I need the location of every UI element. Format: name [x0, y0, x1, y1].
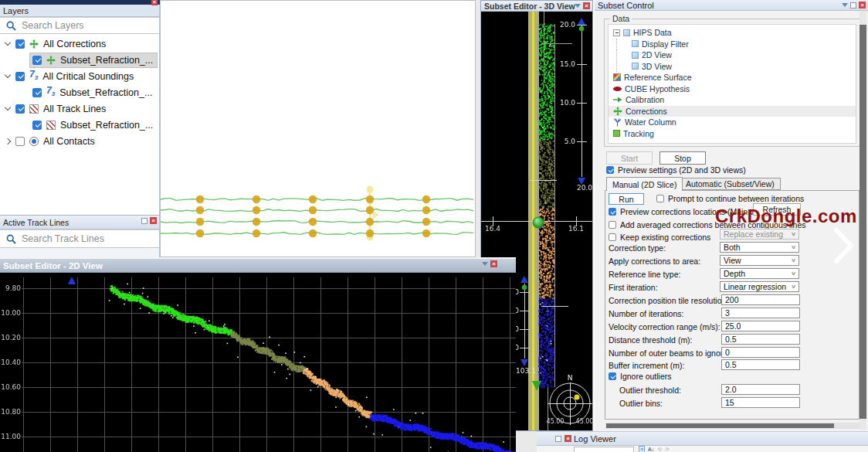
- field-input[interactable]: 0: [721, 347, 800, 358]
- close-icon[interactable]: ×: [583, 2, 590, 9]
- close-icon[interactable]: ×: [565, 435, 571, 442]
- calibration-icon: [613, 96, 622, 104]
- corrections-icon: [29, 39, 39, 49]
- layers-tree-item[interactable]: All Track Lines: [0, 100, 159, 117]
- layer-visibility-checkbox[interactable]: [32, 56, 42, 65]
- field-input[interactable]: 2.0: [721, 384, 800, 395]
- layer-visibility-checkbox[interactable]: [15, 39, 25, 49]
- stop-button[interactable]: Stop: [659, 151, 706, 165]
- float-icon[interactable]: [141, 218, 147, 224]
- data-tree-label: 3D View: [642, 62, 672, 71]
- field-select[interactable]: Both∨: [720, 242, 799, 253]
- field-input[interactable]: 15: [721, 397, 800, 408]
- data-tree-item[interactable]: Reference Surface: [609, 72, 856, 83]
- map-canvas[interactable]: [161, 1, 475, 257]
- tree-indent: [616, 39, 629, 49]
- sort-az-icon[interactable]: A↓: [648, 447, 654, 452]
- layer-visibility-checkbox[interactable]: [32, 121, 42, 130]
- field-select[interactable]: Depth∨: [720, 268, 799, 279]
- layers-tree-item[interactable]: Subset_Refraction_...: [0, 117, 159, 133]
- preview-settings-checkbox[interactable]: [606, 166, 614, 174]
- data-tree-item[interactable]: Tracking: [609, 128, 856, 140]
- map-view[interactable]: [160, 0, 476, 257]
- add-averaged-checkbox[interactable]: [609, 221, 616, 229]
- prompt-continue-checkbox[interactable]: [656, 195, 664, 202]
- float-icon[interactable]: [555, 436, 561, 442]
- close-icon[interactable]: ×: [859, 2, 866, 8]
- chevron-expanded-icon[interactable]: [2, 75, 13, 77]
- corrections-icon: [46, 56, 56, 65]
- refresh-log-icon[interactable]: ⟲: [657, 447, 662, 452]
- data-tree-item[interactable]: Water Column: [609, 117, 856, 128]
- horizontal-scrollbar[interactable]: [605, 423, 860, 429]
- search-track-lines-input[interactable]: [22, 233, 159, 244]
- field-label: Outlier bins:: [619, 398, 663, 409]
- layers-tree-item[interactable]: Subset_Refraction_...: [0, 52, 159, 68]
- filter-icon[interactable]: ≡: [639, 446, 645, 452]
- reference-surface-icon: [613, 73, 621, 81]
- float-icon[interactable]: [850, 2, 856, 8]
- tracking-icon: [613, 130, 620, 137]
- replace-existing-dropdown[interactable]: Replace existing∨: [720, 229, 799, 240]
- preview-settings-checkbox-row[interactable]: Preview settings (2D and 3D views): [606, 165, 746, 175]
- 2d-view-canvas[interactable]: [0, 273, 516, 452]
- chevron-down-icon[interactable]: [842, 3, 848, 7]
- field-select[interactable]: View∨: [720, 255, 799, 266]
- preview-locations-checkbox[interactable]: [609, 208, 616, 216]
- data-tree-label: Reference Surface: [624, 73, 692, 82]
- start-button[interactable]: Start: [606, 151, 653, 165]
- tree-expander-minus-icon[interactable]: [613, 29, 620, 36]
- ignore-outliers-checkbox-row[interactable]: Ignore outliers: [609, 372, 672, 381]
- chevron-down-icon[interactable]: [482, 262, 488, 266]
- log-viewer-title: Log Viewer: [574, 434, 616, 444]
- close-icon[interactable]: ×: [151, 0, 158, 5]
- horizontal-scrollbar-thumb[interactable]: [606, 423, 834, 428]
- clear-log-icon[interactable]: ⟳: [665, 447, 670, 452]
- layer-visibility-checkbox[interactable]: [15, 137, 25, 146]
- tab-manual-2d-slice[interactable]: Manual (2D Slice): [606, 177, 683, 191]
- layer-visibility-checkbox[interactable]: [15, 72, 25, 81]
- data-tree-item[interactable]: Display Filter: [609, 39, 856, 50]
- search-layers-input[interactable]: [22, 20, 159, 31]
- field-input[interactable]: 3: [721, 308, 800, 318]
- data-tree-item[interactable]: 2D View: [609, 49, 856, 61]
- layer-visibility-checkbox[interactable]: [15, 104, 25, 114]
- next-page-chevron-icon[interactable]: [832, 227, 854, 264]
- data-tree-label: 2D View: [642, 50, 672, 59]
- cube-icon: [632, 63, 639, 70]
- data-tree-item[interactable]: Corrections: [609, 106, 856, 117]
- keep-existing-checkbox[interactable]: [609, 233, 616, 241]
- field-select[interactable]: Linear regression∨: [720, 281, 799, 292]
- log-filter-input[interactable]: [574, 447, 634, 452]
- field-input[interactable]: 0.5: [721, 334, 800, 345]
- data-tree-item[interactable]: Calibration: [609, 94, 856, 106]
- field-input[interactable]: 200: [721, 294, 800, 305]
- tab-automatic-subset-view[interactable]: Automatic (Subset/View): [680, 178, 781, 190]
- chevron-expanded-icon[interactable]: [2, 42, 13, 45]
- layer-visibility-checkbox[interactable]: [32, 88, 42, 97]
- field-input[interactable]: 25.0: [721, 321, 800, 331]
- ignore-outliers-checkbox[interactable]: [609, 372, 616, 380]
- keep-existing-checkbox-row[interactable]: Keep existing corrections: [609, 233, 710, 242]
- watermark: CrkDongle.com: [715, 206, 857, 227]
- close-icon[interactable]: ×: [490, 260, 497, 267]
- chevron-collapsed-icon[interactable]: [2, 139, 13, 144]
- layers-tree-item[interactable]: 73Subset_Refraction_...: [0, 84, 159, 100]
- close-icon[interactable]: ×: [150, 217, 157, 224]
- layers-tree-item[interactable]: 73All Critical Soundings: [0, 68, 159, 84]
- vertical-scrollbar-thumb[interactable]: [860, 25, 866, 419]
- data-groupbox-label: Data: [610, 14, 632, 23]
- chevron-down-icon[interactable]: [575, 4, 581, 8]
- layers-tree-item[interactable]: All Contacts: [0, 133, 159, 149]
- prompt-checkbox-row[interactable]: Prompt to continue between iterations: [656, 194, 804, 203]
- layers-tree-item[interactable]: All Corrections: [0, 36, 159, 52]
- 2d-view-title: Subset Editor - 2D View: [3, 261, 103, 270]
- run-button[interactable]: Run: [609, 193, 644, 205]
- vertical-scrollbar[interactable]: [860, 11, 866, 430]
- layer-label: Subset_Refraction_...: [60, 55, 153, 66]
- data-tree-item[interactable]: CUBE Hypothesis: [609, 83, 856, 95]
- field-input[interactable]: 0.5: [721, 359, 800, 370]
- data-tree-item[interactable]: HIPS Data: [609, 27, 856, 39]
- chevron-expanded-icon[interactable]: [2, 107, 13, 110]
- data-tree-item[interactable]: 3D View: [609, 61, 856, 73]
